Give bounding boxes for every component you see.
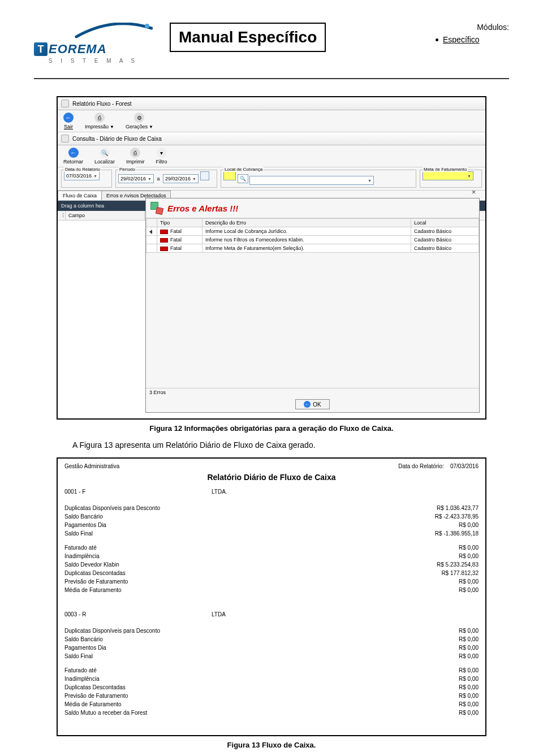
report-top-left: Gestão Administrativa — [64, 463, 119, 469]
localizar-button[interactable]: 🔍 Localizar — [94, 148, 115, 165]
page-header: T EOREMA S I S T E M A S Manual Específi… — [34, 23, 509, 64]
chevron-down-icon: ▼ — [192, 177, 196, 181]
printer-icon: ⎙ — [130, 148, 140, 158]
chevron-down-icon: ▼ — [467, 174, 471, 178]
window-title-2: Consulta - Diário de Fluxo de Caixa — [72, 136, 162, 142]
row-value: R$ -2.423.378,95 — [435, 513, 479, 520]
modal-title: Erros e Alertas !!! — [167, 204, 238, 213]
retornar-button[interactable]: ← Retornar — [63, 148, 83, 165]
row-value: R$ 0,00 — [459, 578, 479, 585]
row-value: R$ 0,00 — [459, 636, 479, 642]
close-icon[interactable]: × — [472, 188, 476, 196]
row-value: R$ 177.812,32 — [441, 570, 479, 576]
errors-modal: × Erros e Alertas !!! Tipo Descrição do … — [145, 198, 480, 413]
chevron-down-icon: ▼ — [149, 124, 153, 129]
header-divider — [34, 78, 509, 79]
row-label: Duplicatas Descontadas — [64, 570, 126, 576]
periodo-label: Período — [118, 167, 136, 172]
row-label: Faturado até — [64, 545, 97, 551]
table-row[interactable]: Fatal Informe Local de Cobrança Jurídico… — [146, 227, 479, 236]
gear-icon: ⚙ — [134, 113, 144, 123]
row-label: Pagamentos Dia — [64, 522, 106, 528]
impressao-button[interactable]: ⎙ Impressão▼ — [85, 113, 114, 129]
row-label: Saldo Devedor Klabin — [64, 561, 119, 568]
periodo-from-field[interactable]: 29/02/2016▼ — [118, 174, 154, 183]
periodo-to-field[interactable]: 29/02/2016▼ — [163, 174, 199, 183]
window-icon — [61, 100, 69, 107]
row-value: R$ 0,00 — [459, 701, 479, 707]
logo-subtext: S I S T E M A S — [34, 58, 153, 64]
section-code: 0003 - R — [64, 611, 212, 617]
data-relatorio-label: Data do Relatório — [64, 167, 101, 172]
report-row: Pagamentos DiaR$ 0,00 — [64, 521, 479, 529]
row-value: R$ 0,00 — [459, 667, 479, 673]
row-value: R$ 0,00 — [459, 587, 479, 593]
table-row[interactable]: Fatal Informe nos Filtros os Fornecedore… — [146, 236, 479, 244]
row-label: Saldo Mutuo a receber da Forest — [64, 710, 147, 716]
campo-icon: ⋮ — [58, 211, 66, 220]
section-name: LTDA. — [212, 489, 227, 495]
row-value: R$ 0,00 — [459, 710, 479, 716]
geracoes-button[interactable]: ⚙ Gerações▼ — [126, 113, 153, 129]
meta-faturamento-label: Meta de Faturamento — [423, 167, 468, 172]
row-label: Inadimplência — [64, 676, 100, 682]
window-icon — [61, 135, 69, 142]
modules-item: Específico — [443, 35, 480, 44]
report-row: Saldo BancárioR$ -2.423.378,95 — [64, 512, 479, 521]
report-row: Saldo FinalR$ -1.386.955,18 — [64, 529, 479, 538]
report-row: Saldo Devedor KlabinR$ 5.233.254,83 — [64, 560, 479, 569]
fatal-flag-icon — [160, 247, 168, 251]
col-local: Local — [411, 219, 479, 227]
report-date-label: Data do Relatório: — [398, 463, 444, 469]
periodo-aux-button[interactable] — [200, 171, 209, 180]
campo-header: Campo — [66, 211, 145, 220]
section-code: 0001 - F — [64, 489, 212, 495]
row-label: Saldo Final — [64, 653, 93, 659]
row-label: Faturado até — [64, 667, 97, 673]
row-value: R$ 0,00 — [459, 645, 479, 651]
report-row: Pagamentos DiaR$ 0,00 — [64, 643, 479, 652]
filter-icon: ▾ — [157, 148, 167, 158]
report-row: Média de FaturamentoR$ 0,00 — [64, 586, 479, 594]
ok-button[interactable]: ← OK — [295, 399, 329, 409]
report-row: Média de FaturamentoR$ 0,00 — [64, 700, 479, 709]
imprimir-button[interactable]: ⎙ Imprimir — [126, 148, 145, 165]
col-descricao: Descrição do Erro — [202, 219, 411, 227]
local-cobranca-label: Local de Cobrança — [223, 167, 264, 172]
row-label: Saldo Bancário — [64, 636, 103, 642]
modules-box: Módulos: Específico — [436, 23, 509, 44]
meta-faturamento-field[interactable]: ▼ — [423, 171, 473, 180]
local-cobranca-code[interactable] — [223, 171, 236, 180]
report-row: Faturado atéR$ 0,00 — [64, 666, 479, 675]
col-tipo: Tipo — [157, 219, 202, 227]
chevron-down-icon: ▼ — [148, 177, 152, 181]
report-date-value: 07/03/2016 — [450, 463, 479, 469]
row-value: R$ -1.386.955,18 — [435, 530, 479, 537]
row-label: Duplicatas Disponíveis para Desconto — [64, 628, 160, 634]
row-label: Saldo Bancário — [64, 513, 103, 520]
figure-13-caption: Figura 13 Fluxo de Caixa. — [34, 741, 509, 749]
local-cobranca-lookup[interactable]: 🔍 — [238, 174, 248, 183]
modules-heading: Módulos: — [436, 23, 509, 32]
row-label: Previsão de Faturamento — [64, 578, 128, 585]
table-row[interactable]: Fatal Informe Meta de Faturamento(em Sel… — [146, 244, 479, 253]
report-row: Duplicatas Disponíveis para DescontoR$ 0… — [64, 627, 479, 635]
report-row: Duplicatas DescontadasR$ 0,00 — [64, 683, 479, 692]
report-row: InadimplênciaR$ 0,00 — [64, 675, 479, 683]
fatal-flag-icon — [160, 238, 168, 243]
row-selected-icon — [149, 230, 152, 234]
back-icon: ← — [68, 148, 79, 158]
row-value: R$ 0,00 — [459, 693, 479, 699]
sair-button[interactable]: ← Sair — [63, 113, 74, 129]
row-value: R$ 0,00 — [459, 684, 479, 690]
local-cobranca-field[interactable]: ▼ — [249, 176, 374, 185]
logo-curve-icon — [74, 23, 153, 40]
data-relatorio-field[interactable]: 07/03/2016▼ — [64, 171, 100, 180]
filtro-button[interactable]: ▾ Filtro — [156, 148, 167, 165]
tab-fluxo-caixa[interactable]: Fluxo de Caixa — [58, 191, 102, 200]
report-row: Faturado atéR$ 0,00 — [64, 543, 479, 552]
chevron-down-icon: ▼ — [368, 179, 372, 183]
report-row: Duplicatas DescontadasR$ 177.812,32 — [64, 569, 479, 577]
logo-letter: T — [34, 42, 48, 56]
modal-footer: 3 Erros — [146, 388, 479, 396]
